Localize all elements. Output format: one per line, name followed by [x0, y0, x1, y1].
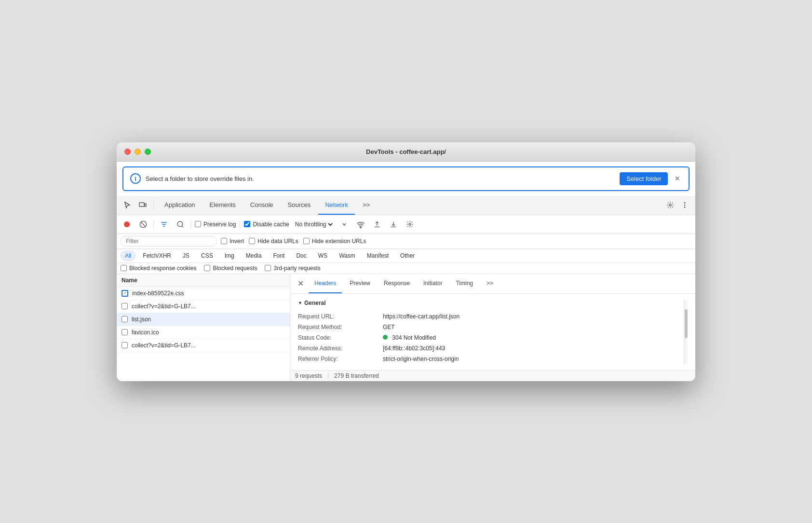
tab-application[interactable]: Application — [158, 195, 202, 215]
download-icon[interactable] — [387, 218, 400, 231]
third-party-checkbox[interactable] — [265, 265, 271, 271]
type-font-button[interactable]: Font — [269, 251, 289, 261]
type-all-button[interactable]: All — [121, 251, 135, 261]
more-options-icon[interactable] — [678, 198, 691, 212]
type-img-button[interactable]: Img — [220, 251, 239, 261]
svg-point-9 — [177, 221, 183, 227]
third-party-label[interactable]: 3rd-party requests — [265, 265, 320, 272]
tab-elements[interactable]: Elements — [203, 195, 243, 215]
detail-key: Referrer Policy: — [298, 356, 375, 362]
minimize-button[interactable] — [135, 149, 141, 155]
list-item[interactable]: list.json — [117, 313, 290, 326]
svg-point-5 — [684, 206, 686, 208]
type-doc-button[interactable]: Doc — [292, 251, 311, 261]
tab-network[interactable]: Network — [318, 195, 355, 215]
network-settings-icon[interactable] — [404, 218, 416, 231]
invert-checkbox[interactable] — [221, 238, 227, 244]
detail-row: Status Code: 304 Not Modified — [298, 332, 676, 343]
cookie-filter-row: Blocked response cookies Blocked request… — [117, 263, 695, 274]
blocked-requests-label[interactable]: Blocked requests — [204, 265, 257, 272]
preserve-log-label[interactable]: Preserve log — [195, 221, 236, 228]
disable-cache-label[interactable]: Disable cache — [244, 221, 289, 228]
maximize-button[interactable] — [145, 149, 151, 155]
type-js-button[interactable]: JS — [178, 251, 194, 261]
filter-icon[interactable] — [158, 218, 170, 231]
detail-key: Request URL: — [298, 313, 375, 320]
close-button[interactable] — [124, 149, 131, 155]
tab-initiator[interactable]: Initiator — [418, 274, 448, 293]
tab-console[interactable]: Console — [244, 195, 280, 215]
notification-close-button[interactable]: × — [673, 174, 682, 184]
title-bar: DevTools - coffee-cart.app/ — [117, 142, 695, 162]
scroll-thumb[interactable] — [685, 309, 688, 338]
hide-data-urls-checkbox[interactable] — [249, 238, 255, 244]
type-manifest-button[interactable]: Manifest — [363, 251, 393, 261]
notification-bar: i Select a folder to store override file… — [122, 166, 690, 191]
list-item[interactable]: collect?v=2&tid=G-LB7... — [117, 339, 290, 352]
list-item[interactable]: favicon.ico — [117, 326, 290, 339]
file-list: Name ✓ index-b859522e.css collect?v=2&ti… — [117, 274, 290, 381]
record-button[interactable] — [121, 218, 133, 231]
hide-extension-urls-checkbox[interactable] — [303, 238, 310, 244]
devtools-body: i Select a folder to store override file… — [117, 162, 695, 381]
tab-more-detail[interactable]: >> — [481, 274, 499, 293]
filter-input[interactable] — [121, 236, 217, 247]
type-css-button[interactable]: CSS — [197, 251, 217, 261]
blocked-cookies-checkbox[interactable] — [121, 265, 127, 271]
requests-count: 9 requests — [295, 372, 322, 379]
type-filter-row: All Fetch/XHR JS CSS Img Media Font Doc … — [117, 249, 695, 263]
type-fetchxhr-button[interactable]: Fetch/XHR — [138, 251, 176, 261]
device-toggle-icon[interactable] — [136, 198, 149, 212]
type-media-button[interactable]: Media — [242, 251, 266, 261]
tab-preview[interactable]: Preview — [344, 274, 376, 293]
select-folder-button[interactable]: Select folder — [620, 172, 668, 185]
separator-3 — [240, 220, 240, 229]
type-wasm-button[interactable]: Wasm — [335, 251, 360, 261]
devtools-window: DevTools - coffee-cart.app/ i Select a f… — [117, 142, 695, 381]
detail-close-button[interactable]: ✕ — [294, 274, 307, 293]
preserve-log-checkbox[interactable] — [195, 221, 201, 227]
wifi-icon[interactable] — [354, 218, 367, 231]
file-list-header: Name — [117, 274, 290, 287]
list-item[interactable]: collect?v=2&tid=G-LB7... — [117, 300, 290, 313]
file-checkbox[interactable] — [122, 303, 128, 309]
throttle-select[interactable]: No throttling — [293, 220, 334, 228]
svg-point-2 — [669, 204, 671, 206]
traffic-lights — [124, 149, 151, 155]
svg-rect-0 — [139, 203, 144, 206]
upload-icon[interactable] — [371, 218, 383, 231]
file-checkbox[interactable] — [122, 329, 128, 335]
tab-bar: Application Elements Console Sources Net… — [158, 195, 377, 215]
main-content: Name ✓ index-b859522e.css collect?v=2&ti… — [117, 274, 695, 381]
transferred-size: 279 B transferred — [334, 372, 379, 379]
hide-extension-urls-label[interactable]: Hide extension URLs — [303, 238, 366, 245]
blocked-cookies-label[interactable]: Blocked response cookies — [121, 265, 196, 272]
list-item[interactable]: ✓ index-b859522e.css — [117, 287, 290, 300]
hide-data-urls-label[interactable]: Hide data URLs — [249, 238, 298, 245]
file-checkbox[interactable] — [122, 316, 128, 322]
type-ws-button[interactable]: WS — [314, 251, 332, 261]
tab-timing[interactable]: Timing — [450, 274, 479, 293]
search-icon[interactable] — [174, 218, 187, 231]
tab-headers[interactable]: Headers — [309, 274, 342, 293]
detail-panel: ✕ Headers Preview Response Initiator Tim… — [290, 274, 695, 381]
svg-point-3 — [684, 202, 686, 204]
settings-icon[interactable] — [663, 198, 677, 212]
invert-label[interactable]: Invert — [221, 238, 244, 245]
svg-point-10 — [360, 227, 361, 228]
blocked-requests-checkbox[interactable] — [204, 265, 210, 271]
tab-more[interactable]: >> — [356, 195, 377, 215]
clear-button[interactable] — [137, 218, 149, 231]
disable-cache-checkbox[interactable] — [244, 221, 250, 227]
file-name: index-b859522e.css — [132, 290, 184, 297]
notification-message: Select a folder to store override files … — [146, 175, 615, 182]
tab-sources[interactable]: Sources — [281, 195, 318, 215]
tab-response[interactable]: Response — [378, 274, 416, 293]
file-name: collect?v=2&tid=G-LB7... — [132, 342, 196, 349]
pointer-icon[interactable] — [121, 198, 134, 212]
svg-point-11 — [409, 223, 411, 225]
throttle-dropdown-icon[interactable] — [338, 218, 351, 231]
type-other-button[interactable]: Other — [396, 251, 419, 261]
file-checkbox[interactable] — [122, 342, 128, 348]
detail-row: Referrer Policy: strict-origin-when-cros… — [298, 354, 676, 364]
